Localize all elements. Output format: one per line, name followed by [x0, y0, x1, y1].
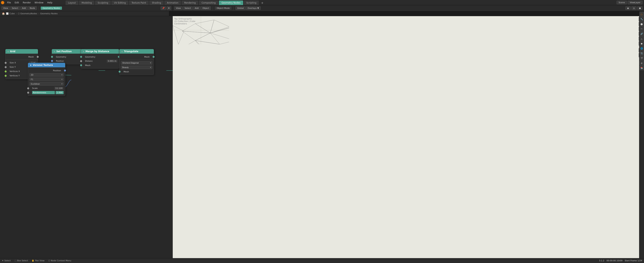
node-node-btn[interactable]: Node: [28, 6, 37, 10]
tri-ngon-method-dropdown[interactable]: Beauty Clip: [121, 66, 152, 69]
tri-quad-method-dropdown[interactable]: Shortest Diagonal Longest Diagonal Fan: [121, 61, 152, 64]
node-add-btn[interactable]: Add: [20, 6, 28, 10]
grid-sizex-socket[interactable]: [5, 62, 6, 64]
vp-mode-label[interactable]: Object Mode: [215, 6, 232, 10]
triangulate-title: Triangulate: [124, 50, 138, 53]
tab-geometry-nodes[interactable]: Geometry Nodes: [219, 0, 243, 5]
vp-overlay-btn[interactable]: Overlays ▼: [246, 6, 260, 10]
grid-sizey-socket[interactable]: [5, 66, 6, 68]
set-position-node: ∨ Set Position Geometry Position: [52, 49, 84, 64]
grid-vertx-socket[interactable]: [5, 70, 6, 72]
breadcrumb-item-geometry-nodes[interactable]: Geometry Nodes: [40, 12, 58, 15]
pin-icon[interactable]: 📌: [161, 6, 166, 10]
merge-dist-collapse[interactable]: ∨: [83, 50, 84, 52]
voronoi-rand-label: Randomness: [32, 91, 55, 94]
vp-add-btn[interactable]: Add: [193, 6, 200, 10]
status-bar: ✦ Select ⬚ Box Select ✋ Pan View ⬡ Node …: [0, 258, 644, 263]
vp-global-btn[interactable]: Global: [236, 6, 246, 10]
status-select-label: Select: [4, 260, 11, 262]
vp-shade-render[interactable]: ●: [637, 6, 642, 10]
set-pos-position-row: Position: [52, 59, 83, 63]
tab-layout[interactable]: Layout: [66, 0, 79, 5]
tab-texture-paint[interactable]: Texture Paint: [129, 0, 149, 5]
prop-physics[interactable]: 〜: [640, 27, 644, 31]
tab-animation[interactable]: Animation: [164, 0, 181, 5]
vp-view-btn[interactable]: View: [174, 6, 182, 10]
grid-mesh-socket[interactable]: [37, 56, 39, 58]
merge-geo-in-socket[interactable]: [80, 56, 82, 58]
prop-world[interactable]: 🌐: [640, 46, 644, 51]
set-pos-geo-in-socket[interactable]: [51, 56, 53, 58]
tab-rendering[interactable]: Rendering: [182, 0, 198, 5]
prop-view-layer[interactable]: 📚: [640, 66, 644, 70]
triangulate-mesh-in-row: Mesh: [120, 70, 154, 74]
menu-help[interactable]: Help: [45, 0, 54, 5]
viewport-3d[interactable]: Top Orthographic (1) Collection | Cube C…: [173, 16, 644, 258]
voronoi-pos-socket[interactable]: [64, 70, 66, 71]
vp-object-btn[interactable]: Object: [201, 6, 211, 10]
vp-shade-solid[interactable]: ◉: [626, 6, 631, 10]
tab-uv-editing[interactable]: UV Editing: [111, 0, 128, 5]
voronoi-feature-dropdown[interactable]: F1 F2 Smooth F1 Distance to Edge N-Spher…: [30, 78, 64, 81]
menu-window[interactable]: Window: [33, 0, 45, 5]
merge-dist-value[interactable]: 0.001 m: [107, 59, 118, 63]
menu-edit[interactable]: Edit: [13, 0, 21, 5]
voronoi-title: Voronoi Texture: [33, 64, 53, 66]
view-layer-selector[interactable]: ViewLayer: [628, 1, 642, 4]
breadcrumb-geonodes-label: GeometryNodes: [20, 12, 37, 15]
prop-data[interactable]: △: [640, 36, 644, 41]
prop-modifier[interactable]: 🔧: [640, 17, 644, 21]
triangulate-collapse[interactable]: ∨: [121, 50, 123, 52]
voronoi-scale-value[interactable]: 11.120: [54, 87, 64, 90]
prop-particles[interactable]: ⬤: [640, 22, 644, 26]
set-pos-position-socket[interactable]: [51, 60, 53, 62]
prop-material[interactable]: ●: [640, 41, 644, 46]
merge-dist-socket[interactable]: [80, 60, 82, 62]
ortho-line1: Top Orthographic: [174, 18, 196, 20]
menu-render[interactable]: Render: [21, 0, 33, 5]
tab-modeling[interactable]: Modeling: [79, 0, 95, 5]
prop-output[interactable]: 🖨: [640, 61, 644, 65]
ortho-info: Top Orthographic (1) Collection | Cube C…: [174, 18, 196, 25]
ortho-line3: Centimeters: [174, 22, 196, 25]
voronoi-dim-dropdown-wrapper: 2D 3D 4D: [28, 73, 65, 77]
status-pan-label: Pan View: [35, 260, 44, 262]
tab-compositing[interactable]: Compositing: [199, 0, 218, 5]
tab-add[interactable]: +: [260, 0, 265, 5]
prop-constraint[interactable]: 🔗: [640, 31, 644, 36]
grid-verty-label: Vertices Y: [10, 74, 28, 77]
tab-sculpting[interactable]: Sculpting: [95, 0, 111, 5]
vp-shade-material[interactable]: ◎: [632, 6, 637, 10]
voronoi-collapse[interactable]: ∨: [30, 64, 32, 66]
voronoi-rand-value[interactable]: 1.000: [56, 91, 64, 94]
merge-dist-title: Merge by Distance: [86, 50, 109, 53]
triangulate-header: ∨ Triangulate: [120, 49, 154, 54]
node-editor-close[interactable]: ✕: [167, 6, 171, 10]
merge-mesh-socket[interactable]: [80, 64, 82, 66]
triangulate-mesh-out-socket[interactable]: [153, 56, 154, 58]
breadcrumb-item-geonodes[interactable]: ⬡ GeometryNodes: [18, 12, 37, 15]
vp-select-btn[interactable]: Select: [183, 6, 193, 10]
set-pos-collapse[interactable]: ∨: [54, 50, 55, 52]
voronoi-scale-socket[interactable]: [27, 87, 29, 89]
voronoi-metric-dropdown[interactable]: Euclidean Manhattan Chebychev Minkowski: [30, 82, 64, 85]
tab-shading[interactable]: Shading: [149, 0, 164, 5]
node-select-btn[interactable]: Select: [10, 6, 20, 10]
node-editor-header: View Select Add Node Geometry Nodes 📌 ✕: [0, 5, 173, 11]
prop-render[interactable]: 🎬: [640, 56, 644, 60]
prop-object[interactable]: ○: [640, 12, 644, 16]
breadcrumb-item-cube[interactable]: ⬜ Cube: [6, 12, 15, 15]
voronoi-rand-socket[interactable]: [27, 92, 29, 94]
grid-verty-socket[interactable]: [5, 75, 6, 77]
grid-title: Grid: [10, 50, 15, 53]
tab-scripting[interactable]: Scripting: [244, 0, 259, 5]
menu-file[interactable]: File: [5, 0, 13, 5]
select-icon: ✦: [2, 260, 4, 262]
prop-scene[interactable]: 📷: [640, 51, 644, 55]
triangulate-mesh-in-socket[interactable]: [119, 71, 120, 73]
voronoi-dim-dropdown[interactable]: 2D 3D 4D: [30, 73, 64, 76]
grid-collapse-arrow[interactable]: ∨: [7, 50, 9, 52]
node-view-btn[interactable]: View: [2, 6, 10, 10]
scene-selector[interactable]: Scene: [616, 1, 627, 4]
merge-geo-row: Geometry: [81, 55, 119, 59]
